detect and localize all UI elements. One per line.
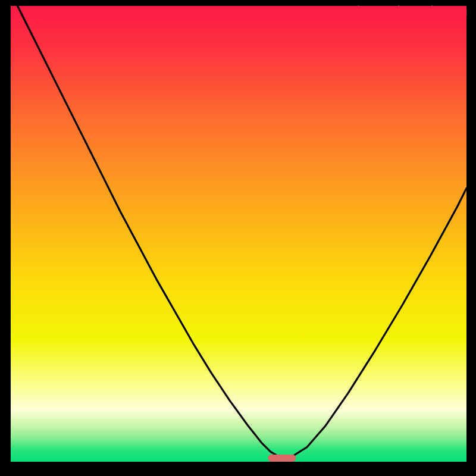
chart-container: TheBottleneck.com <box>0 0 476 476</box>
gradient-background <box>11 6 466 462</box>
plot-area <box>11 6 466 462</box>
optimal-marker <box>268 455 296 461</box>
bottleneck-chart <box>11 6 466 462</box>
